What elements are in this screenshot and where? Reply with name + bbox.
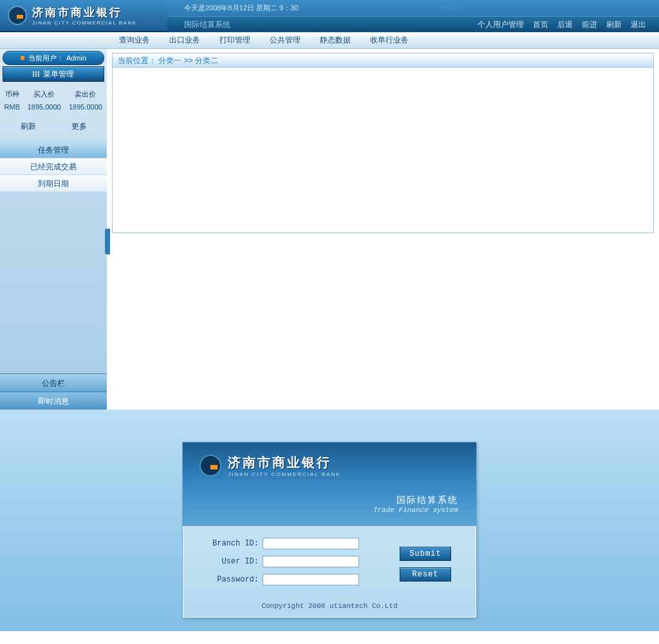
reset-button[interactable]: Reset [400,567,451,582]
main-area: 当前位置： 分类一 >> 分类二 [107,49,659,410]
grid-icon [33,71,39,77]
sidebar-collapse-handle[interactable] [105,229,110,254]
menu-static[interactable]: 静态数据 [310,35,360,46]
user-dot-icon [21,56,24,60]
rate-refresh-link[interactable]: 刷新 [21,121,36,132]
breadcrumb-prefix: 当前位置： [118,56,156,65]
sidebar-menu-header-label: 菜单管理 [43,69,74,80]
login-subsys-cn: 国际结算系统 [373,495,458,506]
nav-user-mgmt[interactable]: 个人用户管理 [478,19,524,30]
task-item-task-mgmt[interactable]: 任务管理 [0,142,107,158]
user-id-input[interactable] [263,556,359,567]
nav-exit[interactable]: 退出 [631,19,646,30]
rate-more-link[interactable]: 更多 [71,121,87,132]
login-subsys-en: Trade Finance system [373,506,458,514]
nav-forward[interactable]: 前进 [582,19,597,30]
branch-id-label: Branch ID: [198,539,263,548]
nav-home[interactable]: 首页 [533,19,548,30]
rate-buy: 1895.0000 [24,102,64,112]
sidebar-menu-header[interactable]: 菜单管理 [3,66,104,82]
rate-currency: RMB [1,102,23,112]
menu-query[interactable]: 查询业务 [109,35,160,46]
content-pane [112,67,654,233]
breadcrumb-sep: >> [184,56,195,65]
main-menubar: 查询业务 出口业务 打印管理 公共管理 静态数据 收单行业务 [0,32,659,49]
current-user-value: Admin [66,54,86,62]
password-input[interactable] [263,574,359,585]
rate-col-buy: 买入价 [24,88,64,100]
nav-back[interactable]: 后退 [557,19,573,30]
task-item-due[interactable]: 到期日期 [0,175,107,192]
header-date: 今天是2008年8月12日 星期二 9：30 [184,3,298,13]
login-page: 济南市商业银行 JINAN CITY COMMERCIAL BANK 国际结算系… [0,410,659,631]
login-brand-en: JINAN CITY COMMERCIAL BANK [228,471,341,477]
menu-public[interactable]: 公共管理 [260,35,310,46]
menu-export[interactable]: 出口业务 [160,35,210,46]
breadcrumb-cat2[interactable]: 分类二 [195,56,218,65]
submit-button[interactable]: Submit [400,547,451,561]
top-nav-links: 个人用户管理 首页 后退 前进 刷新 退出 [478,19,646,30]
user-id-label: User ID: [198,557,263,566]
copyright-text: Conpyright 2008 utiantech Co.Ltd [183,596,476,618]
login-brand-cn: 济南市商业银行 [228,454,341,471]
login-form: Branch ID: User ID: Password: Submit Res… [183,526,476,596]
login-header: 济南市商业银行 JINAN CITY COMMERCIAL BANK 国际结算系… [183,442,476,526]
brand-name-en: JINAN CITY COMMERCIAL BANK [32,20,137,26]
brand-logo-block: 济南市商业银行 JINAN CITY COMMERCIAL BANK [0,0,167,32]
menu-print[interactable]: 打印管理 [210,35,260,46]
rate-sell: 1895.0000 [66,102,106,112]
system-name: 国际结算系统 [184,19,230,30]
bank-logo-icon [8,6,27,25]
task-item-completed[interactable]: 已经完成交易 [0,158,107,175]
breadcrumb-cat1[interactable]: 分类一 [158,56,181,65]
sidebar-messages[interactable]: 即时消息 [0,392,107,410]
current-user-box: 当前用户： Admin [3,51,104,65]
brand-name-cn: 济南市商业银行 [32,5,137,20]
sidebar-bulletin[interactable]: 公告栏 [0,374,107,392]
branch-id-input[interactable] [263,538,359,549]
login-bank-logo-icon [200,455,221,477]
rate-col-currency: 币种 [1,88,23,100]
login-box: 济南市商业银行 JINAN CITY COMMERCIAL BANK 国际结算系… [182,442,477,618]
sidebar-bottom: 公告栏 即时消息 [0,374,107,410]
rate-col-sell: 卖出价 [66,88,106,100]
sidebar-task-list: 任务管理 已经完成交易 到期日期 [0,141,107,192]
password-label: Password: [198,575,263,584]
header-decor-text: YSTEM [438,5,459,11]
app-header: 济南市商业银行 JINAN CITY COMMERCIAL BANK 今天是20… [0,0,659,32]
breadcrumb: 当前位置： 分类一 >> 分类二 [112,53,654,67]
rate-table: 币种 买入价 卖出价 RMB 1895.0000 1895.0000 [0,87,107,113]
sidebar: 当前用户： Admin 菜单管理 币种 买入价 卖出价 RMB 1895.000… [0,49,107,410]
rate-row: RMB 1895.0000 1895.0000 [1,102,106,112]
current-user-label: 当前用户： [28,53,64,63]
nav-refresh[interactable]: 刷新 [606,19,622,30]
menu-acquirer[interactable]: 收单行业务 [360,35,418,46]
